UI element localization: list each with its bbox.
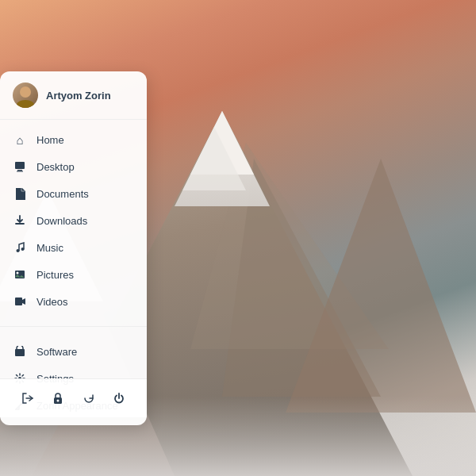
nav-item-music[interactable]: Music	[0, 234, 147, 261]
nav-label-downloads: Downloads	[36, 215, 87, 227]
nav-item-software[interactable]: Software	[0, 338, 147, 365]
nav-label-music: Music	[36, 242, 63, 254]
nav-item-downloads[interactable]: Downloads	[0, 207, 147, 234]
nav-label-documents: Documents	[36, 188, 89, 200]
videos-icon	[13, 294, 27, 309]
nav-label-pictures: Pictures	[36, 269, 74, 281]
nav-label-desktop: Desktop	[36, 161, 75, 173]
logout-button[interactable]	[17, 387, 39, 409]
restart-button[interactable]	[78, 387, 100, 409]
nav-item-documents[interactable]: Documents	[0, 180, 147, 207]
desktop-icon	[13, 159, 27, 174]
svg-rect-12	[17, 171, 23, 172]
documents-icon	[13, 186, 27, 201]
svg-point-13	[17, 249, 20, 252]
avatar	[13, 83, 38, 108]
software-icon	[13, 344, 27, 359]
nav-label-videos: Videos	[36, 296, 68, 308]
svg-rect-17	[15, 298, 22, 305]
home-icon	[13, 132, 27, 147]
svg-rect-10	[15, 162, 25, 169]
svg-point-14	[21, 248, 25, 251]
nav-item-videos[interactable]: Videos	[0, 288, 147, 315]
nav-divider	[0, 326, 147, 327]
bottom-bar	[0, 378, 147, 417]
nav-label-home: Home	[36, 134, 64, 146]
lock-button[interactable]	[47, 387, 69, 409]
pictures-icon	[13, 267, 27, 282]
nav-section: Home Desktop Documents	[0, 120, 147, 321]
nav-item-desktop[interactable]: Desktop	[0, 153, 147, 180]
user-name: Artyom Zorin	[46, 90, 111, 102]
nav-item-pictures[interactable]: Pictures	[0, 261, 147, 288]
nav-label-software: Software	[36, 346, 77, 358]
svg-rect-18	[15, 349, 25, 356]
music-icon	[13, 240, 27, 255]
svg-point-21	[57, 400, 60, 402]
svg-rect-11	[17, 170, 22, 171]
power-button[interactable]	[108, 387, 130, 409]
menu-panel: Artyom Zorin Home Desktop	[0, 71, 147, 425]
downloads-icon	[13, 213, 27, 228]
nav-item-home[interactable]: Home	[0, 126, 147, 153]
user-section[interactable]: Artyom Zorin	[0, 71, 147, 120]
svg-point-16	[17, 272, 19, 274]
